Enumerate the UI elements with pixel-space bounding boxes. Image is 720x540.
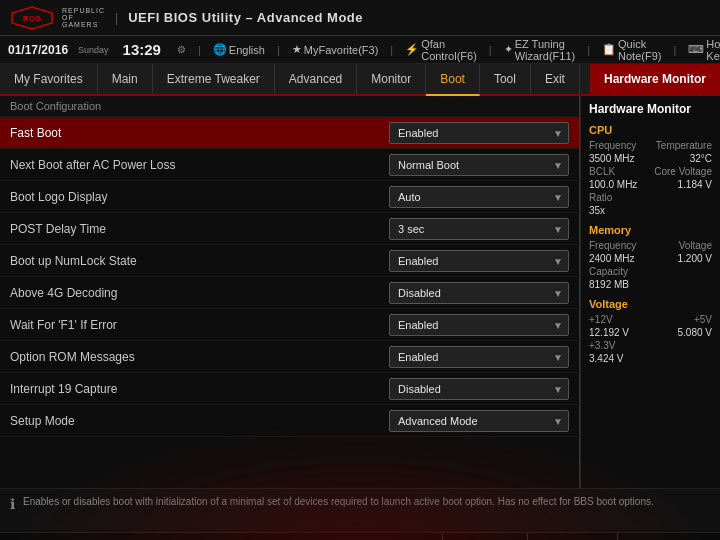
language-btn[interactable]: 🌐 English: [213, 43, 265, 56]
left-panel: Boot Configuration Fast Boot Enabled Dis…: [0, 96, 580, 488]
interrupt19-dropdown[interactable]: Disabled Enabled: [389, 378, 569, 400]
optionrom-dropdown[interactable]: Enabled Disabled: [389, 346, 569, 368]
hw-mem-freq-volt-labels: Frequency Voltage: [589, 240, 712, 251]
post-delay-dropdown[interactable]: 3 sec 1 sec 5 sec: [389, 218, 569, 240]
hw-bclk-label: BCLK: [589, 166, 615, 177]
svg-text:ROG: ROG: [23, 14, 41, 23]
myfavorite-btn[interactable]: ★ MyFavorite(F3): [292, 43, 379, 56]
above4g-value-wrap: Disabled Enabled ▼: [389, 282, 569, 304]
date-display: 01/17/2016: [8, 43, 68, 57]
nav-monitor[interactable]: Monitor: [357, 64, 426, 94]
asus-logo: ROG REPUBLIC OF GAMERS: [8, 5, 105, 31]
republic-line3: GAMERS: [62, 21, 105, 28]
info-text: Enables or disables boot with initializa…: [23, 495, 710, 509]
numlock-dropdown[interactable]: Enabled Disabled: [389, 250, 569, 272]
next-boot-dropdown[interactable]: Normal Boot Fast Boot: [389, 154, 569, 176]
hw-cpu-bclk-vcore-values: 100.0 MHz 1.184 V: [589, 179, 712, 190]
rog-logo-svg: ROG: [8, 5, 56, 31]
hw-capacity-label: Capacity: [589, 266, 712, 277]
next-boot-value-wrap: Normal Boot Fast Boot ▼: [389, 154, 569, 176]
hw-ratio-label: Ratio: [589, 192, 712, 203]
republic-line1: REPUBLIC: [62, 7, 105, 14]
last-modified-btn[interactable]: Last Modified: [442, 533, 526, 541]
nav-extreme-tweaker[interactable]: Extreme Tweaker: [153, 64, 275, 94]
hw-cpu-freq-label: Frequency: [589, 140, 636, 151]
hw-bclk-value: 100.0 MHz: [589, 179, 637, 190]
second-bar: 01/17/2016 Sunday 13:29 ⚙ | 🌐 English | …: [0, 36, 720, 64]
fast-boot-value-wrap: Enabled Disabled ▼: [389, 122, 569, 144]
ezmode-btn[interactable]: EzMode(F7)→: [527, 533, 617, 541]
nav-exit[interactable]: Exit: [531, 64, 580, 94]
hw-mem-volt-value: 1.200 V: [678, 253, 712, 264]
setupmode-dropdown[interactable]: Advanced Mode EZ Mode: [389, 410, 569, 432]
fast-boot-row: Fast Boot Enabled Disabled ▼: [0, 117, 579, 149]
hw-cpu-freq-temp-labels: Frequency Temperature: [589, 140, 712, 151]
hw-cpu-freq-temp-values: 3500 MHz 32°C: [589, 153, 712, 164]
above4g-row: Above 4G Decoding Disabled Enabled ▼: [0, 277, 579, 309]
republic-text: REPUBLIC OF GAMERS: [62, 7, 105, 28]
hw-12v-label: +12V: [589, 314, 613, 325]
footer-actions: Last Modified EzMode(F7)→ Search on FAQ: [442, 533, 710, 541]
waitf1-dropdown[interactable]: Enabled Disabled: [389, 314, 569, 336]
nav-boot[interactable]: Boot: [426, 64, 480, 96]
hw-cpu-title: CPU: [589, 124, 712, 136]
hw-mem-volt-label: Voltage: [679, 240, 712, 251]
search-faq-btn[interactable]: Search on FAQ: [617, 533, 710, 541]
waitf1-label: Wait For 'F1' If Error: [10, 312, 389, 338]
next-boot-label: Next Boot after AC Power Loss: [10, 152, 389, 178]
waitf1-value-wrap: Enabled Disabled ▼: [389, 314, 569, 336]
optionrom-row: Option ROM Messages Enabled Disabled ▼: [0, 341, 579, 373]
boot-logo-row: Boot Logo Display Auto Full Screen Disab…: [0, 181, 579, 213]
hw-corevolt-value: 1.184 V: [678, 179, 712, 190]
info-icon: ℹ: [10, 496, 15, 512]
interrupt19-value-wrap: Disabled Enabled ▼: [389, 378, 569, 400]
time-display: 13:29: [123, 41, 161, 58]
hw-corevolt-label: Core Voltage: [654, 166, 712, 177]
boot-logo-label: Boot Logo Display: [10, 184, 389, 210]
interrupt19-label: Interrupt 19 Capture: [10, 376, 389, 402]
fast-boot-dropdown[interactable]: Enabled Disabled: [389, 122, 569, 144]
hardware-monitor-btn[interactable]: Hardware Monitor: [590, 64, 720, 94]
footer: Version 2.17.1246. Copyright (C) 2015 Am…: [0, 532, 720, 540]
nav-my-favorites[interactable]: My Favorites: [0, 64, 98, 94]
nav-main[interactable]: Main: [98, 64, 153, 94]
numlock-label: Boot up NumLock State: [10, 248, 389, 274]
hw-cpu-temp-value: 32°C: [690, 153, 712, 164]
post-delay-value-wrap: 3 sec 1 sec 5 sec ▼: [389, 218, 569, 240]
eztuning-btn[interactable]: ✦ EZ Tuning Wizard(F11): [504, 38, 576, 62]
hw-volt-12-5-labels: +12V +5V: [589, 314, 712, 325]
qfan-btn[interactable]: ⚡ Qfan Control(F6): [405, 38, 477, 62]
above4g-label: Above 4G Decoding: [10, 280, 389, 306]
hw-33v-label: +3.3V: [589, 340, 712, 351]
setupmode-row: Setup Mode Advanced Mode EZ Mode ▼: [0, 405, 579, 437]
hw-memory-title: Memory: [589, 224, 712, 236]
hw-mem-freq-volt-values: 2400 MHz 1.200 V: [589, 253, 712, 264]
bios-title: UEFI BIOS Utility – Advanced Mode: [128, 10, 363, 25]
hw-capacity-value: 8192 MB: [589, 279, 712, 290]
hw-33v-value: 3.424 V: [589, 353, 712, 364]
hotkeys-btn[interactable]: ⌨ Hot Keys: [688, 38, 720, 62]
hw-monitor-title: Hardware Monitor: [589, 102, 712, 116]
post-delay-row: POST Delay Time 3 sec 1 sec 5 sec ▼: [0, 213, 579, 245]
setupmode-label: Setup Mode: [10, 408, 389, 434]
hw-volt-12-5-values: 12.192 V 5.080 V: [589, 327, 712, 338]
hw-5v-label: +5V: [694, 314, 712, 325]
numlock-value-wrap: Enabled Disabled ▼: [389, 250, 569, 272]
optionrom-label: Option ROM Messages: [10, 344, 389, 370]
above4g-dropdown[interactable]: Disabled Enabled: [389, 282, 569, 304]
boot-logo-dropdown[interactable]: Auto Full Screen Disabled: [389, 186, 569, 208]
hw-mem-freq-label: Frequency: [589, 240, 636, 251]
waitf1-row: Wait For 'F1' If Error Enabled Disabled …: [0, 309, 579, 341]
main-area: Boot Configuration Fast Boot Enabled Dis…: [0, 96, 720, 488]
nav-bar: My Favorites Main Extreme Tweaker Advanc…: [0, 64, 720, 96]
nav-advanced[interactable]: Advanced: [275, 64, 357, 94]
breadcrumb: Boot Configuration: [0, 96, 579, 117]
nav-tool[interactable]: Tool: [480, 64, 531, 94]
settings-icon[interactable]: ⚙: [177, 44, 186, 55]
right-panel: Hardware Monitor CPU Frequency Temperatu…: [580, 96, 720, 488]
hw-cpu-temp-label: Temperature: [656, 140, 712, 151]
setupmode-value-wrap: Advanced Mode EZ Mode ▼: [389, 410, 569, 432]
hw-12v-value: 12.192 V: [589, 327, 629, 338]
quicknote-btn[interactable]: 📋 Quick Note(F9): [602, 38, 661, 62]
day-display: Sunday: [78, 45, 109, 55]
